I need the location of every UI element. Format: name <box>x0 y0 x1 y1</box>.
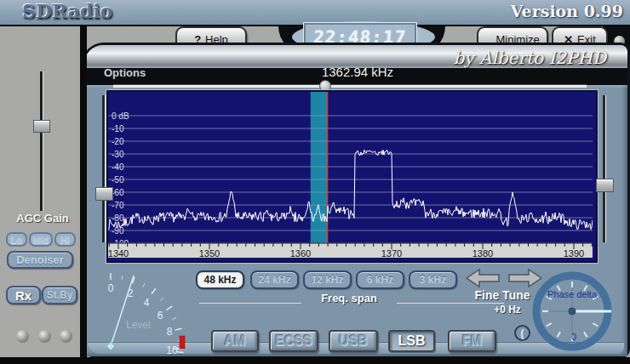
db-tick-label: -10 <box>112 124 124 134</box>
meter-needle <box>111 276 134 346</box>
spectrum-panel[interactable]: 0 dB-10-20-30-40-50-60-70-80-90-10013401… <box>106 90 598 263</box>
panel-divider <box>80 26 87 364</box>
led-indicator <box>60 330 72 343</box>
meter-scale-number: 6 <box>158 310 163 321</box>
freq-span-label: Freq. span <box>302 292 396 304</box>
mode-button-fm[interactable]: FM <box>448 330 496 352</box>
db-tick-label: -70 <box>112 201 124 210</box>
agc-gain-slider-track[interactable] <box>40 71 43 211</box>
freq-tick-label: 1370 <box>381 248 402 258</box>
meter-scale-number: 10 <box>166 344 178 356</box>
menu-options[interactable]: Options <box>104 66 146 79</box>
peak-level-bar <box>180 336 185 349</box>
freq-tick-label: 1340 <box>108 248 129 258</box>
meter-scale-tick <box>172 318 176 320</box>
meter-scale-number: 0 <box>108 282 114 294</box>
db-tick-label: 0 dB <box>112 111 129 121</box>
ref-level-slider-track[interactable] <box>102 95 106 242</box>
mode-button-usb[interactable]: USB <box>329 330 378 352</box>
version-label: Version 0.99 <box>511 2 623 20</box>
meter-scale-number: 4 <box>144 297 150 309</box>
author-byline: by Alberto I2PHD <box>426 48 606 68</box>
axis-strip <box>108 243 593 258</box>
db-tick-label: -50 <box>112 175 124 185</box>
span-button-24-khz[interactable]: 24 kHz <box>250 270 299 289</box>
span-button-6-khz[interactable]: 6 kHz <box>356 270 404 289</box>
agc-gain-label: AGC Gain <box>5 212 80 225</box>
dial-hub <box>569 308 576 315</box>
tuning-slider-track[interactable] <box>113 84 587 88</box>
meter-scale-tick <box>175 328 182 330</box>
span-button-12-khz[interactable]: 12 kHz <box>303 270 352 289</box>
meter-scale-tick <box>122 276 123 280</box>
phase-delta-label: Phase delta <box>547 289 598 299</box>
arrow-left-icon[interactable] <box>467 270 499 287</box>
level-meter: 0246810 Level <box>94 267 198 362</box>
db-tick-label: -60 <box>112 188 124 197</box>
mode-button-ecss[interactable]: ECSS <box>269 330 318 352</box>
db-tick-label: -40 <box>112 162 124 172</box>
meter-scale-tick <box>143 283 145 287</box>
level-label: Level <box>126 319 151 331</box>
right-slider-thumb[interactable] <box>596 179 614 192</box>
freq-tick-label: 1350 <box>199 248 220 258</box>
span-button-48-khz[interactable]: 48 kHz <box>196 270 244 289</box>
rx-button[interactable]: Rx <box>6 286 41 304</box>
dial-tick <box>593 323 598 327</box>
agc-button-hi[interactable]: Hi <box>54 232 76 247</box>
standby-button[interactable]: St.By <box>42 286 77 304</box>
app-title: SDRadio <box>22 0 112 22</box>
mode-button-am[interactable]: AM <box>211 330 259 352</box>
freq-tick-label: 1360 <box>290 248 311 258</box>
phase-delta-value: 0 <box>571 332 576 342</box>
denoiser-button[interactable]: Denoiser <box>7 251 73 269</box>
mode-button-lsb[interactable]: LSB <box>388 330 435 352</box>
span-button-3-khz[interactable]: 3 kHz <box>409 270 457 289</box>
dial-tick <box>547 323 552 327</box>
ref-level-slider-thumb[interactable] <box>95 187 113 201</box>
agc-button-mid[interactable]: Mid <box>29 232 53 247</box>
meter-scale-tick <box>152 288 156 293</box>
freq-tick-label: 1380 <box>472 248 493 258</box>
dial-tick <box>584 332 587 337</box>
meter-scale-tick <box>177 352 184 353</box>
db-tick-label: -20 <box>112 137 124 146</box>
led-indicator <box>38 330 51 343</box>
spectrum-chart: 0 dB-10-20-30-40-50-60-70-80-90-10013401… <box>108 92 593 258</box>
meter-pivot <box>106 342 115 350</box>
agc-button-lo[interactable]: Lo <box>6 232 27 247</box>
frequency-readout: 1362.94 kHz <box>281 65 434 79</box>
db-tick-label: -30 <box>112 150 124 159</box>
sdradio-window: SDRadio Version 0.99 22:48:17 ? Help _ M… <box>0 0 630 364</box>
dial-tick <box>558 332 561 337</box>
span-rule-left <box>199 303 301 304</box>
agc-gain-slider-thumb[interactable] <box>33 120 50 133</box>
meter-scale-tick <box>166 306 172 310</box>
freq-tick-label: 1390 <box>564 248 584 258</box>
db-tick-label: -80 <box>112 213 124 223</box>
phase-delta-dial[interactable]: Phase delta 0 <box>521 269 627 357</box>
meter-scale-tick <box>160 298 163 300</box>
led-indicator <box>16 330 29 343</box>
right-slider-track[interactable] <box>603 95 606 242</box>
meter-scale-number: 8 <box>167 326 173 338</box>
